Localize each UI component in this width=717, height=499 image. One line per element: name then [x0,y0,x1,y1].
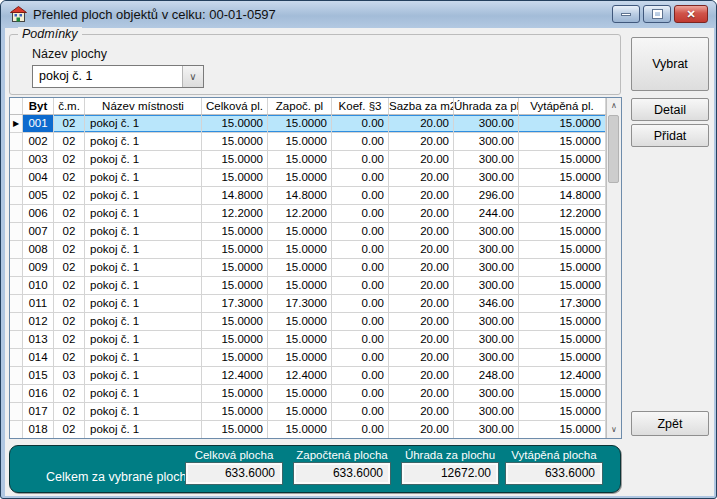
table-cell: 02 [54,259,85,276]
table-cell: 02 [54,223,85,240]
minimize-icon [621,13,631,16]
table-cell: 15.0000 [268,403,332,420]
column-header-sazba[interactable]: Sazba za m2 [389,98,454,114]
row-indicator [10,259,23,276]
table-cell: 300.00 [454,403,519,420]
row-indicator [10,331,23,348]
table-cell: 15.0000 [268,133,332,150]
table-row[interactable]: 00902pokoj č. 115.000015.00000.0020.0030… [10,259,606,277]
table-cell: 20.00 [389,169,454,186]
table-cell: 15.0000 [519,223,606,240]
table-cell: pokoj č. 1 [85,367,202,384]
pridat-button[interactable]: Přidat [631,124,709,147]
column-header-koef[interactable]: Koef. §3 [332,98,389,114]
table-cell: 20.00 [389,133,454,150]
table-cell: 300.00 [454,151,519,168]
table-row[interactable]: 01402pokoj č. 115.000015.00000.0020.0030… [10,349,606,367]
detail-button[interactable]: Detail [631,98,709,121]
table-row[interactable]: ▶00102pokoj č. 115.000015.00000.0020.003… [10,115,606,133]
scrollbar-thumb[interactable] [608,115,619,183]
table-cell: 15.0000 [519,133,606,150]
table-cell: 15.0000 [519,169,606,186]
table-cell: 0.00 [332,169,389,186]
table-cell: 15.0000 [519,331,606,348]
table-cell: 0.00 [332,205,389,222]
table-row[interactable]: 01602pokoj č. 115.000015.00000.0020.0030… [10,385,606,403]
table-cell: 02 [54,349,85,366]
table-cell: 15.0000 [519,385,606,402]
restore-button[interactable] [643,5,671,23]
table-cell: 0.00 [332,277,389,294]
row-indicator [10,205,23,222]
table-cell: 005 [23,187,54,204]
table-row[interactable]: 01102pokoj č. 117.300017.30000.0020.0034… [10,295,606,313]
table-cell: 02 [54,133,85,150]
plocha-name-combobox[interactable]: pokoj č. 1 ∨ [32,65,204,88]
table-cell: 02 [54,151,85,168]
row-indicator [10,241,23,258]
table-cell: 006 [23,205,54,222]
table-cell: 15.0000 [268,223,332,240]
table-cell: 15.0000 [519,277,606,294]
scroll-down-icon[interactable]: ∨ [607,422,621,438]
table-cell: 12.4000 [519,367,606,384]
vybrat-button[interactable]: Vybrat [631,37,709,91]
column-header-byt[interactable]: Byt [23,98,54,114]
column-header-zapoc[interactable]: Započ. pl [268,98,332,114]
combobox-value: pokoj č. 1 [33,66,182,87]
column-header-cm[interactable]: č.m. [54,98,85,114]
scroll-up-icon[interactable]: ∧ [607,98,621,114]
table-row[interactable]: 01002pokoj č. 115.000015.00000.0020.0030… [10,277,606,295]
table-row[interactable]: 00202pokoj č. 115.000015.00000.0020.0030… [10,133,606,151]
table-row[interactable]: 00802pokoj č. 115.000015.00000.0020.0030… [10,241,606,259]
total-vytapena-plocha: Vytápěná plocha 633.6000 [506,449,602,484]
table-cell: 300.00 [454,277,519,294]
table-row[interactable]: 01702pokoj č. 115.000015.00000.0020.0030… [10,403,606,421]
table-row[interactable]: 01202pokoj č. 115.000015.00000.0020.0030… [10,313,606,331]
table-row[interactable]: 01302pokoj č. 115.000015.00000.0020.0030… [10,331,606,349]
table-row[interactable]: 00502pokoj č. 114.800014.80000.0020.0029… [10,187,606,205]
table-row[interactable]: 00302pokoj č. 115.000015.00000.0020.0030… [10,151,606,169]
close-button[interactable]: ✕ [674,5,708,23]
app-window: Přehled ploch objektů v celku: 00-01-059… [0,0,717,499]
table-cell: 004 [23,169,54,186]
table-row[interactable]: 01802pokoj č. 115.000015.00000.0020.0030… [10,421,606,438]
table-cell: 012 [23,313,54,330]
table-row[interactable]: 00602pokoj č. 112.200012.20000.0020.0024… [10,205,606,223]
table-cell: 15.0000 [519,151,606,168]
column-header-vytapena[interactable]: Vytápěná pl. [519,98,606,114]
table-cell: 02 [54,313,85,330]
table-cell: 008 [23,241,54,258]
column-header-uhrada[interactable]: Úhrada za pl. [454,98,519,114]
table-cell: pokoj č. 1 [85,259,202,276]
table-cell: 03 [54,367,85,384]
table-cell: 12.2000 [202,205,268,222]
table-cell: 15.0000 [268,385,332,402]
zpet-button[interactable]: Zpět [631,411,709,436]
table-row[interactable]: 00402pokoj č. 115.000015.00000.0020.0030… [10,169,606,187]
table-cell: 017 [23,403,54,420]
table-cell: 346.00 [454,295,519,312]
table-cell: 15.0000 [268,349,332,366]
table-row[interactable]: 01503pokoj č. 112.400012.40000.0020.0024… [10,367,606,385]
chevron-down-icon[interactable]: ∨ [182,66,203,87]
table-cell: 0.00 [332,259,389,276]
table-cell: 007 [23,223,54,240]
table-cell: 12.4000 [202,367,268,384]
minimize-button[interactable] [612,5,640,23]
row-indicator [10,385,23,402]
table-cell: 296.00 [454,187,519,204]
vertical-scrollbar[interactable]: ∧ ∨ [606,98,621,438]
table-row[interactable]: 00702pokoj č. 115.000015.00000.0020.0030… [10,223,606,241]
column-header-nazev[interactable]: Název místnosti [85,98,202,114]
table-cell: pokoj č. 1 [85,169,202,186]
table-cell: 0.00 [332,331,389,348]
table-cell: pokoj č. 1 [85,295,202,312]
plochy-grid[interactable]: Byt č.m. Název místnosti Celková pl. Zap… [9,97,622,439]
column-header-celkova[interactable]: Celková pl. [202,98,268,114]
groupbox-legend: Podmínky [18,27,82,41]
table-cell: 02 [54,169,85,186]
table-cell: 02 [54,403,85,420]
table-cell: pokoj č. 1 [85,349,202,366]
table-cell: 17.3000 [202,295,268,312]
